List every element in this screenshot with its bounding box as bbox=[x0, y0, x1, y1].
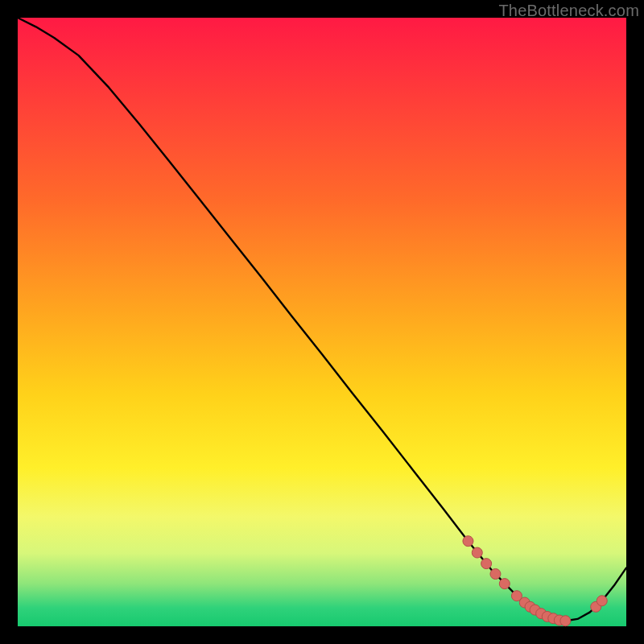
chart-stage: TheBottleneck.com bbox=[0, 0, 644, 644]
watermark-text: TheBottleneck.com bbox=[498, 2, 639, 20]
curve-marker bbox=[472, 547, 482, 558]
curve-marker bbox=[481, 559, 492, 569]
curve-marker bbox=[560, 616, 571, 626]
curve-marker bbox=[499, 579, 510, 589]
curve-marker bbox=[597, 596, 607, 606]
curve-marker bbox=[463, 536, 473, 547]
curve-marker bbox=[490, 568, 501, 579]
chart-overlay bbox=[18, 18, 626, 626]
curve-markers bbox=[463, 536, 607, 626]
plot-area bbox=[18, 18, 626, 626]
bottleneck-curve bbox=[18, 18, 626, 621]
